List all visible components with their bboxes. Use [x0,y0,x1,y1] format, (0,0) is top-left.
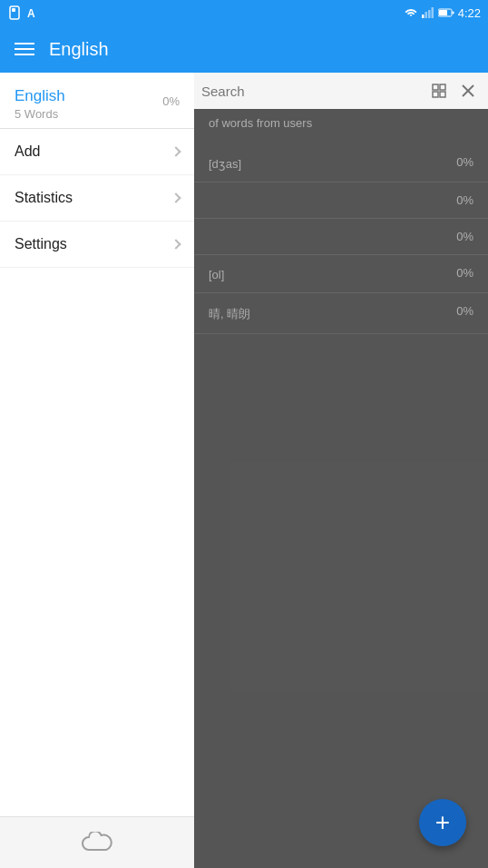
search-input[interactable] [201,84,423,99]
cloud-icon [81,832,113,853]
chevron-right-icon [171,192,181,202]
section-header: of words from users [194,109,488,137]
list-item: [ol] 0% [194,255,488,293]
svg-rect-9 [452,12,454,15]
sidebar-item-statistics[interactable]: Statistics [0,175,194,222]
word-info: [ol] [209,266,449,281]
svg-rect-6 [431,7,434,18]
list-item: [dʒas] 0% [194,144,488,182]
sidebar-header-subtitle: 5 Words [15,107,180,121]
words-list: [dʒas] 0% 0% 0% [ol] [194,137,488,341]
svg-rect-3 [422,15,425,18]
word-progress: 0% [456,304,473,318]
svg-text:A: A [27,7,35,20]
word-progress: 0% [456,155,473,169]
list-item: 0% [194,182,488,219]
status-bar: A 4:22 [0,0,488,25]
svg-rect-4 [425,12,427,18]
main-content: English 5 Words 0% Add Statistics Settin… [0,73,488,868]
word-info: [dʒas] [209,155,449,171]
app-icon-a: A [25,5,40,20]
sidebar-header-title: English [15,87,180,105]
status-left-icons: A [7,5,40,20]
svg-rect-5 [428,10,431,18]
search-bar [194,73,488,109]
sidebar-header-progress: 0% [162,94,180,108]
list-item: 晴, 晴朗 0% [194,293,488,334]
search-close-button[interactable] [455,78,481,104]
wifi-icon [404,7,418,18]
sidebar-item-settings-label: Settings [15,236,67,252]
sidebar-header: English 5 Words 0% [0,73,194,129]
close-icon [462,84,474,97]
sidebar-item-add-label: Add [15,143,40,160]
sidebar-item-settings[interactable]: Settings [0,222,194,268]
add-fab-button[interactable]: + [419,799,466,846]
sidebar: English 5 Words 0% Add Statistics Settin… [0,73,194,868]
chevron-right-icon [171,239,181,249]
sim-icon [7,5,22,20]
sidebar-bottom [0,816,194,868]
sidebar-item-statistics-label: Statistics [15,190,73,206]
content-panel: of words from users [dʒas] 0% 0% [194,73,488,868]
expand-icon [432,84,446,98]
word-progress: 0% [456,266,473,280]
word-info: 晴, 晴朗 [209,304,449,322]
list-item: 0% [194,219,488,255]
status-time: 4:22 [458,6,481,20]
battery-icon [438,8,454,17]
word-translation: 晴, 晴朗 [209,306,449,322]
svg-rect-10 [433,84,438,90]
word-pronunciation: [ol] [209,268,449,281]
word-progress: 0% [456,230,473,243]
chevron-right-icon [171,146,181,156]
app-bar: English [0,25,488,73]
word-progress: 0% [456,193,473,207]
word-pronunciation: [dʒas] [209,157,449,171]
svg-rect-12 [433,92,438,97]
status-right-icons: 4:22 [404,6,481,20]
search-expand-button[interactable] [426,78,452,104]
signal-icon [422,7,434,18]
hamburger-menu[interactable] [15,43,34,55]
svg-rect-1 [12,8,15,12]
svg-rect-11 [440,84,445,90]
app-title: English [49,39,109,60]
fab-plus-icon: + [435,810,450,835]
svg-rect-8 [439,10,447,15]
svg-rect-13 [440,92,445,97]
sidebar-item-add[interactable]: Add [0,129,194,175]
